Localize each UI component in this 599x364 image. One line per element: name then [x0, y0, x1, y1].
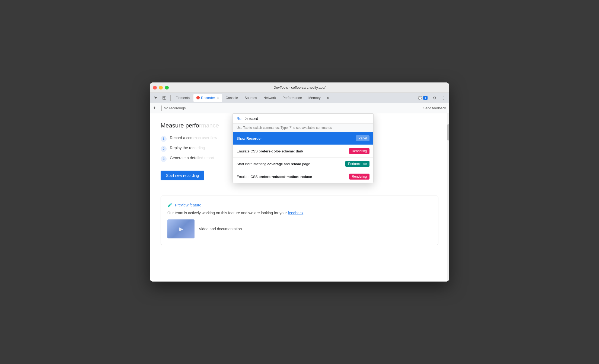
- video-doc-label: Video and documentation: [199, 227, 242, 231]
- minimize-button[interactable]: [159, 86, 163, 90]
- video-row: Video and documentation: [167, 219, 432, 238]
- more-icon: ⋮: [441, 96, 445, 100]
- devtools-window: DevTools - coffee-cart.netlify.app/ Elem…: [150, 82, 449, 282]
- command-input[interactable]: >record: [245, 116, 258, 121]
- window-title: DevTools - coffee-cart.netlify.app/: [153, 85, 446, 90]
- command-badge-performance: Performance: [345, 161, 369, 167]
- tab-recorder-label: Recorder: [201, 96, 215, 100]
- recorder-icon: 🔴: [196, 96, 200, 100]
- tab-sources[interactable]: Sources: [242, 94, 260, 102]
- video-thumbnail[interactable]: [167, 219, 195, 238]
- command-item-css-dark-text: Emulate CSS prefers-color-scheme: dark: [237, 149, 349, 153]
- command-badge-rendering-dark: Rendering: [349, 148, 369, 154]
- command-item-reduce-motion-text: Emulate CSS prefers-reduced-motion: redu…: [237, 175, 349, 179]
- no-recordings-label: No recordings: [164, 106, 186, 110]
- tab-more-label: »: [327, 96, 329, 100]
- scrollbar[interactable]: [447, 113, 449, 282]
- command-item-show-recorder[interactable]: Show Recorder Panel: [233, 132, 373, 145]
- tab-performance[interactable]: Performance: [280, 94, 305, 102]
- add-recording-button[interactable]: +: [153, 105, 156, 111]
- tab-sources-label: Sources: [244, 96, 257, 100]
- feedback-icon: 💬: [418, 96, 422, 100]
- step-number-1: 1: [161, 136, 167, 142]
- tab-network[interactable]: Network: [261, 94, 279, 102]
- header-separator: [161, 106, 162, 111]
- command-item-css-dark[interactable]: Emulate CSS prefers-color-scheme: dark R…: [233, 145, 373, 158]
- feedback-link[interactable]: feedback: [288, 211, 303, 215]
- send-feedback-button[interactable]: Send feedback: [423, 106, 446, 110]
- command-item-show-recorder-text: Show Recorder: [237, 136, 356, 141]
- cursor-icon[interactable]: [152, 94, 160, 102]
- scrollbar-thumb[interactable]: [447, 124, 449, 141]
- command-items: Show Recorder Panel Emulate CSS prefers-…: [233, 132, 373, 183]
- traffic-lights: [153, 86, 169, 90]
- run-label: Run: [237, 116, 244, 121]
- step-3-text: Generate a detailed report: [170, 156, 214, 160]
- tab-bar-left: Elements 🔴 Recorder ✕ Console Sources Ne…: [152, 94, 332, 102]
- tab-more[interactable]: »: [324, 94, 332, 102]
- command-palette: Run >record Use Tab to switch commands. …: [232, 113, 374, 183]
- tab-separator: [170, 95, 171, 101]
- recorder-header: + No recordings Send feedback: [150, 103, 449, 113]
- tab-console[interactable]: Console: [223, 94, 241, 102]
- more-options-button[interactable]: ⋮: [439, 94, 447, 102]
- tab-bar-right: 💬 1 ⚙ ⋮: [416, 94, 447, 102]
- step-1-text: Record a common user flow: [170, 136, 217, 140]
- tab-network-label: Network: [263, 96, 276, 100]
- command-item-reduce-motion[interactable]: Emulate CSS prefers-reduced-motion: redu…: [233, 170, 373, 183]
- preview-description: Our team is actively working on this fea…: [167, 211, 432, 215]
- command-item-coverage-text: Start instrumenting coverage and reload …: [237, 162, 345, 166]
- tab-elements-label: Elements: [176, 96, 190, 100]
- tab-elements[interactable]: Elements: [173, 94, 192, 102]
- settings-icon: ⚙: [433, 96, 436, 100]
- flask-icon: 🧪: [167, 202, 173, 207]
- preview-card: 🧪 Preview feature Our team is actively w…: [161, 196, 438, 245]
- preview-card-title: 🧪 Preview feature: [167, 202, 432, 207]
- tab-memory-label: Memory: [308, 96, 321, 100]
- tab-memory[interactable]: Memory: [306, 94, 323, 102]
- preview-title-label: Preview feature: [175, 203, 201, 207]
- svg-rect-1: [163, 97, 164, 98]
- feedback-badge: 1: [423, 96, 428, 100]
- tab-console-label: Console: [226, 96, 238, 100]
- command-hint: Use Tab to switch commands. Type '?' to …: [233, 124, 373, 132]
- tab-bar: Elements 🔴 Recorder ✕ Console Sources Ne…: [150, 93, 449, 103]
- step-2-text: Replay the recording: [170, 146, 205, 150]
- title-bar: DevTools - coffee-cart.netlify.app/: [150, 82, 449, 93]
- start-recording-button[interactable]: Start new recording: [161, 171, 204, 180]
- step-number-3: 3: [161, 156, 167, 162]
- step-number-2: 2: [161, 146, 167, 152]
- tab-performance-label: Performance: [282, 96, 302, 100]
- inspect-icon[interactable]: [161, 94, 168, 102]
- command-input-row: Run >record: [233, 114, 373, 124]
- command-badge-panel: Panel: [356, 135, 369, 141]
- settings-button[interactable]: ⚙: [431, 94, 438, 102]
- command-badge-rendering-reduce: Rendering: [349, 174, 369, 180]
- close-button[interactable]: [153, 86, 157, 90]
- main-content: Measure performance 1 Record a common us…: [150, 113, 449, 282]
- feedback-button[interactable]: 💬 1: [416, 95, 430, 101]
- maximize-button[interactable]: [165, 86, 169, 90]
- tab-recorder-close[interactable]: ✕: [217, 96, 219, 100]
- tab-recorder[interactable]: 🔴 Recorder ✕: [193, 94, 222, 102]
- command-item-coverage[interactable]: Start instrumenting coverage and reload …: [233, 158, 373, 170]
